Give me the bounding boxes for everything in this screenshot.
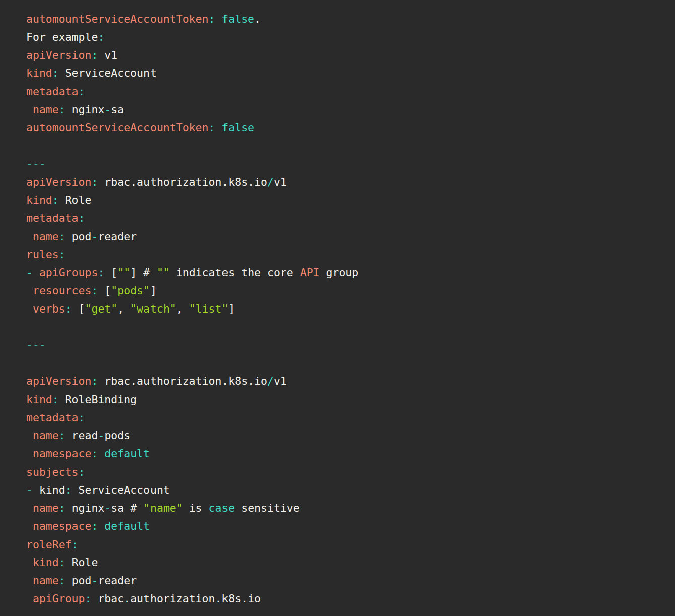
code-token-txt	[215, 121, 221, 134]
code-token-key: metadata	[26, 85, 79, 98]
code-token-txt: ] #	[130, 266, 157, 279]
code-line	[26, 318, 670, 336]
code-token-kw: case	[209, 502, 235, 514]
code-token-txt: pod	[65, 574, 92, 587]
code-token-op: :	[91, 375, 98, 388]
code-token-key: name	[33, 230, 59, 243]
code-line: apiVersion: v1	[26, 46, 670, 64]
code-token-key: name	[33, 502, 59, 514]
code-token-txt	[98, 520, 104, 532]
code-line: For example:	[26, 28, 670, 46]
code-token-txt: is	[183, 502, 209, 514]
code-token-key: namespace	[33, 520, 92, 532]
code-line: - kind: ServiceAccount	[26, 481, 670, 499]
code-token-key: metadata	[26, 411, 79, 424]
code-token-txt	[26, 230, 33, 243]
code-token-op: :	[65, 484, 72, 496]
code-line: name: pod-reader	[26, 227, 670, 246]
code-token-key: verbs	[33, 302, 65, 315]
code-token-txt	[26, 302, 33, 315]
code-token-key: apiGroup	[33, 592, 85, 605]
code-token-txt	[33, 266, 39, 279]
code-token-txt	[26, 447, 33, 460]
code-token-txt: indicates the core	[170, 266, 300, 279]
code-token-op: :	[98, 266, 104, 279]
code-token-txt: Role	[65, 556, 98, 569]
code-token-kw: default	[104, 520, 150, 532]
code-token-txt: [	[72, 302, 85, 315]
code-line: apiVersion: rbac.authorization.k8s.io/v1	[26, 173, 670, 191]
code-token-txt: pod	[65, 230, 92, 243]
code-line: name: pod-reader	[26, 572, 670, 590]
code-token-op: -	[26, 266, 33, 279]
code-line: ---	[26, 155, 670, 173]
code-token-op: :	[59, 574, 65, 587]
code-token-txt: sa	[111, 103, 124, 116]
code-token-key: name	[33, 574, 59, 587]
code-line: kind: Role	[26, 191, 670, 209]
code-token-txt: rbac.authorization.k8s.io	[98, 176, 267, 188]
code-line: automountServiceAccountToken: false	[26, 119, 670, 137]
code-token-txt: sensitive	[235, 502, 299, 514]
code-token-op: :	[52, 393, 59, 406]
code-token-key: kind	[26, 67, 52, 80]
code-line: name: read-pods	[26, 427, 670, 445]
code-token-op: :	[52, 194, 59, 206]
code-token-txt: ServiceAccount	[59, 67, 157, 80]
code-block: automountServiceAccountToken: false.For …	[0, 0, 675, 616]
code-token-key: apiVersion	[26, 375, 91, 388]
code-token-txt: ,	[176, 302, 189, 315]
code-token-txt	[26, 592, 33, 605]
code-token-key: apiGroups	[39, 266, 98, 279]
code-line: roleRef:	[26, 535, 670, 554]
code-token-op: :	[85, 592, 92, 605]
code-token-txt: For example	[26, 31, 98, 43]
code-token-txt: [	[98, 284, 111, 297]
code-token-txt: reader	[98, 230, 137, 243]
code-token-key: roleRef	[26, 538, 72, 551]
code-token-key: subjects	[26, 466, 79, 478]
code-line: verbs: ["get", "watch", "list"]	[26, 300, 670, 318]
code-token-op: :	[91, 520, 98, 532]
code-line	[26, 137, 670, 155]
code-token-op: :	[59, 248, 65, 261]
code-token-kw: false	[221, 13, 254, 25]
code-token-op: :	[98, 31, 104, 43]
code-token-txt: nginx	[65, 103, 105, 116]
code-token-kw: ---	[26, 339, 46, 351]
code-token-op: :	[59, 230, 65, 243]
code-token-op: -	[98, 429, 104, 442]
code-token-key: rules	[26, 248, 59, 261]
code-token-txt: reader	[98, 574, 137, 587]
code-token-op: :	[79, 212, 85, 224]
code-token-txt	[26, 284, 33, 297]
code-token-op: -	[91, 574, 98, 587]
code-token-op: :	[91, 447, 98, 460]
code-line: metadata:	[26, 209, 670, 227]
code-token-op: :	[91, 49, 98, 61]
code-line: - apiGroups: [""] # "" indicates the cor…	[26, 264, 670, 282]
code-token-txt: read	[65, 429, 98, 442]
code-token-op: :	[65, 302, 72, 315]
code-token-op: -	[104, 103, 111, 116]
code-token-key: namespace	[33, 447, 92, 460]
code-token-op: -	[26, 484, 33, 496]
code-token-txt: RoleBinding	[59, 393, 137, 406]
code-line: kind: RoleBinding	[26, 391, 670, 409]
code-token-op: :	[52, 67, 59, 80]
code-token-str: "get"	[85, 302, 118, 315]
code-token-op: :	[59, 103, 65, 116]
code-line: metadata:	[26, 83, 670, 101]
code-token-txt: ]	[150, 284, 157, 297]
code-token-txt: rbac.authorization.k8s.io	[91, 592, 261, 605]
code-token-op: :	[79, 85, 85, 98]
code-token-txt: group	[320, 266, 359, 279]
code-token-txt: ]	[228, 302, 235, 315]
code-token-op: :	[59, 502, 65, 514]
code-token-str: ""	[117, 266, 130, 279]
code-line: resources: ["pods"]	[26, 282, 670, 300]
code-token-op: :	[91, 284, 98, 297]
code-token-txt: Role	[59, 194, 92, 206]
code-token-kw: false	[221, 121, 254, 134]
code-token-kw: default	[104, 447, 150, 460]
